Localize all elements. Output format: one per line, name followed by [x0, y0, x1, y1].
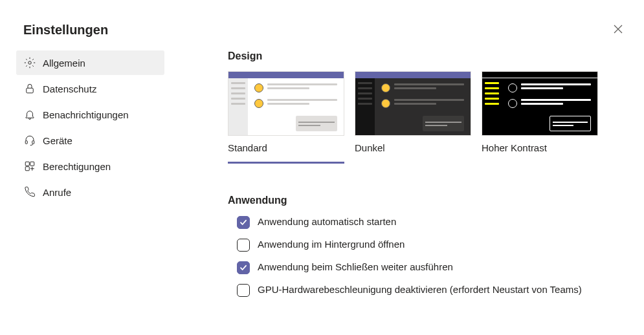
svg-rect-3	[32, 141, 34, 144]
application-heading: Anwendung	[228, 195, 631, 206]
sidebar-item-calls[interactable]: Anrufe	[16, 180, 164, 204]
theme-card-dark[interactable]: Dunkel	[355, 71, 471, 164]
checkbox-label: Anwendung automatisch starten	[258, 215, 396, 228]
sidebar-item-label: Benachrichtigungen	[43, 109, 129, 120]
gear-icon	[23, 56, 36, 69]
main-content: Design Standard	[164, 50, 644, 297]
sidebar-item-general[interactable]: Allgemein	[16, 50, 164, 75]
svg-rect-1	[27, 88, 34, 93]
svg-rect-5	[30, 162, 34, 166]
checkbox-open-background[interactable]: Anwendung im Hintergrund öffnen	[237, 238, 631, 252]
checkbox-run-on-close[interactable]: Anwendung beim Schließen weiter ausführe…	[237, 261, 631, 274]
sidebar-item-label: Allgemein	[43, 58, 85, 69]
checkbox-icon	[237, 239, 250, 252]
theme-selector: Standard Dunkel	[228, 71, 631, 164]
theme-preview-dark	[355, 71, 471, 136]
close-icon	[614, 23, 623, 37]
design-heading: Design	[228, 50, 631, 62]
sidebar: Allgemein Datenschutz Benachrichtigungen…	[0, 50, 164, 297]
sidebar-item-notifications[interactable]: Benachrichtigungen	[16, 102, 164, 127]
phone-icon	[23, 186, 36, 199]
theme-preview-standard	[228, 71, 344, 136]
sidebar-item-label: Berechtigungen	[43, 161, 111, 172]
svg-rect-6	[25, 167, 29, 171]
bell-icon	[23, 108, 36, 121]
lock-icon	[23, 82, 36, 95]
checkbox-auto-start[interactable]: Anwendung automatisch starten	[237, 215, 631, 229]
sidebar-item-label: Geräte	[43, 135, 72, 146]
checkbox-label: Anwendung beim Schließen weiter ausführe…	[258, 261, 453, 274]
theme-label: Standard	[228, 142, 267, 153]
permissions-icon	[23, 160, 36, 173]
sidebar-item-label: Anrufe	[43, 187, 71, 198]
svg-point-0	[28, 61, 32, 65]
svg-rect-4	[25, 162, 29, 166]
sidebar-item-permissions[interactable]: Berechtigungen	[16, 154, 164, 178]
headset-icon	[23, 134, 36, 147]
theme-preview-contrast	[482, 71, 598, 136]
checkbox-disable-gpu[interactable]: GPU-Hardwarebeschleunigung deaktivieren …	[237, 283, 631, 297]
page-title: Einstellungen	[23, 23, 108, 38]
application-options: Anwendung automatisch starten Anwendung …	[228, 215, 631, 297]
checkbox-icon	[237, 216, 250, 229]
sidebar-item-privacy[interactable]: Datenschutz	[16, 76, 164, 101]
theme-label: Hoher Kontrast	[482, 142, 547, 153]
checkbox-label: Anwendung im Hintergrund öffnen	[258, 238, 405, 251]
checkbox-icon	[237, 284, 250, 297]
sidebar-item-label: Datenschutz	[43, 83, 96, 94]
theme-label: Dunkel	[355, 142, 385, 153]
sidebar-item-devices[interactable]: Geräte	[16, 128, 164, 153]
theme-card-contrast[interactable]: Hoher Kontrast	[482, 71, 598, 164]
checkbox-icon	[237, 261, 250, 274]
svg-rect-2	[25, 141, 27, 144]
theme-card-standard[interactable]: Standard	[228, 71, 344, 164]
close-button[interactable]	[610, 22, 626, 38]
checkbox-label: GPU-Hardwarebeschleunigung deaktivieren …	[258, 283, 582, 296]
